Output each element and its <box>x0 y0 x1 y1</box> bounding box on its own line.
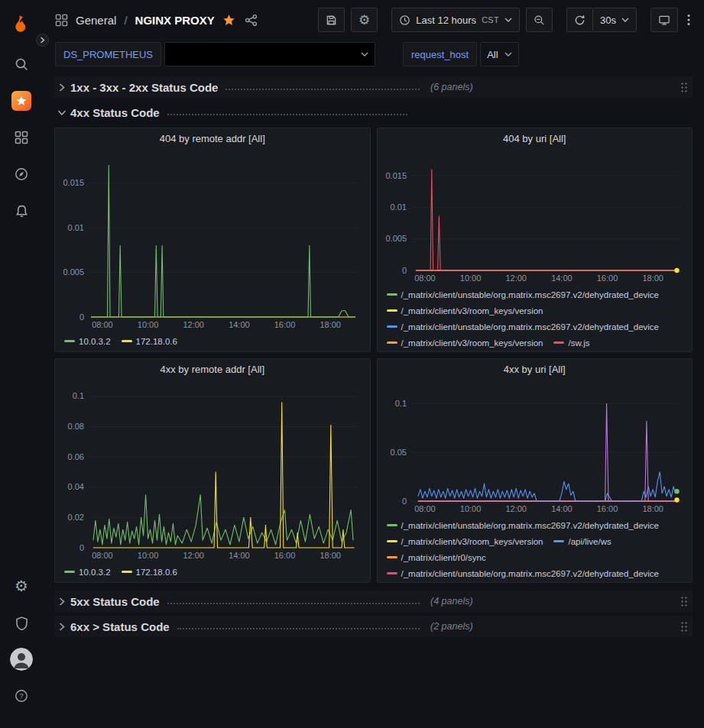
search-icon[interactable] <box>8 50 35 78</box>
dashboard-title[interactable]: NGINX PROXY <box>135 14 215 27</box>
legend-row: /_matrix/client/unstable/org.matrix.msc2… <box>387 517 686 533</box>
dotted-leader <box>167 114 407 115</box>
svg-text:0.06: 0.06 <box>68 452 84 461</box>
legend-item[interactable]: 172.18.0.6 <box>122 337 177 346</box>
chart-svg: 00.0050.010.01508:0010:0012:0014:0016:00… <box>382 150 688 284</box>
var-datasource-value[interactable] <box>164 42 375 66</box>
legend-item[interactable]: /_matrix/client/unstable/org.matrix.msc2… <box>387 322 660 332</box>
chart-4xx-by-uri[interactable]: 00.050.108:0010:0012:0014:0016:0018:00 <box>382 381 688 515</box>
drag-handle-icon[interactable] <box>680 621 688 632</box>
panel-title[interactable]: 404 by remote addr [All] <box>55 128 370 149</box>
refresh-interval-dropdown[interactable]: 30s <box>593 8 637 32</box>
refresh-button[interactable] <box>566 8 593 32</box>
legend-swatch <box>387 540 397 542</box>
time-zone-label: CST <box>482 15 499 24</box>
legend-label: /_matrix/client/unstable/org.matrix.msc2… <box>401 521 660 530</box>
legend-item[interactable]: /_matrix/client/v3/room_keys/version <box>387 537 543 546</box>
drag-handle-icon[interactable] <box>680 596 688 607</box>
panel-grid-4xx: 404 by remote addr [All] 00.0050.010.015… <box>54 128 693 583</box>
refresh-interval-label: 30s <box>600 15 616 26</box>
chart-legend: /_matrix/client/unstable/org.matrix.msc2… <box>378 515 693 582</box>
save-button[interactable] <box>318 8 345 32</box>
legend-item[interactable]: 10.0.3.2 <box>64 337 111 346</box>
legend-item[interactable]: /_matrix/client/unstable/org.matrix.msc2… <box>387 521 660 530</box>
svg-text:16:00: 16:00 <box>274 320 296 329</box>
legend-label: /_matrix/client/v3/room_keys/version <box>401 338 543 348</box>
row-5xx-status-code[interactable]: 5xx Status Code (4 panels) <box>54 590 693 612</box>
dashboard-settings-button[interactable]: ⚙ <box>351 8 378 32</box>
legend-item[interactable]: /_matrix/client/unstable/org.matrix.msc2… <box>387 569 660 578</box>
var-request-host-value[interactable]: All <box>480 42 518 66</box>
kebab-menu-icon[interactable] <box>684 8 693 32</box>
svg-text:08:00: 08:00 <box>92 551 113 560</box>
svg-text:12:00: 12:00 <box>183 551 204 560</box>
sidebar: ⚙ ? <box>0 0 43 728</box>
dotted-leader <box>225 89 420 90</box>
dotted-leader <box>177 628 420 629</box>
settings-gear-icon[interactable]: ⚙ <box>8 572 35 600</box>
zoom-out-button[interactable] <box>526 8 553 32</box>
panel-title[interactable]: 404 by uri [All] <box>378 128 693 149</box>
dotted-leader <box>167 603 420 604</box>
svg-text:16:00: 16:00 <box>274 551 296 560</box>
time-range-label: Last 12 hours <box>416 15 476 26</box>
star-icon <box>11 91 31 111</box>
clock-icon <box>399 15 410 26</box>
dashboards-icon[interactable] <box>8 124 35 151</box>
favorite-star-icon[interactable] <box>221 12 237 28</box>
legend-item[interactable]: 10.0.3.2 <box>64 568 111 577</box>
alerting-bell-icon[interactable] <box>8 197 35 225</box>
legend-swatch <box>387 556 397 558</box>
chart-404-by-remote-addr[interactable]: 00.0050.010.01508:0010:0012:0014:0016:00… <box>60 150 365 331</box>
svg-text:08:00: 08:00 <box>92 320 113 329</box>
legend-item[interactable]: 172.18.0.6 <box>122 568 177 577</box>
svg-text:12:00: 12:00 <box>183 320 204 329</box>
refresh-icon <box>574 15 586 26</box>
chart-4xx-by-remote-addr[interactable]: 00.020.040.060.080.108:0010:0012:0014:00… <box>60 381 365 561</box>
gear-icon: ⚙ <box>358 14 370 27</box>
grafana-logo-icon[interactable] <box>8 9 35 37</box>
svg-text:10:00: 10:00 <box>138 320 159 329</box>
user-avatar[interactable] <box>8 645 35 673</box>
svg-text:0.02: 0.02 <box>68 513 84 522</box>
chart-404-by-uri[interactable]: 00.0050.010.01508:0010:0012:0014:0016:00… <box>382 150 688 284</box>
legend-label: /_matrix/client/unstable/org.matrix.msc2… <box>401 290 660 299</box>
chevron-down-icon <box>504 52 512 57</box>
svg-text:10:00: 10:00 <box>459 273 481 283</box>
panel-title[interactable]: 4xx by uri [All] <box>378 359 693 380</box>
legend-item[interactable]: /_matrix/client/v3/room_keys/version <box>387 338 543 348</box>
tv-mode-button[interactable] <box>650 8 678 32</box>
legend-swatch <box>553 341 564 344</box>
panel-title[interactable]: 4xx by remote addr [All] <box>55 359 370 380</box>
chevron-down-icon <box>59 108 65 117</box>
share-icon[interactable] <box>243 12 259 28</box>
drag-handle-icon[interactable] <box>680 82 688 92</box>
legend-item[interactable]: /_matrix/client/unstable/org.matrix.msc2… <box>387 290 660 299</box>
legend-item[interactable]: /_matrix/client/v3/room_keys/version <box>387 306 543 315</box>
legend-swatch <box>64 571 75 573</box>
panel-404-by-remote-addr: 404 by remote addr [All] 00.0050.010.015… <box>54 128 371 352</box>
row-6xx-status-code[interactable]: 6xx > Status Code (2 panels) <box>54 616 693 637</box>
svg-text:0: 0 <box>79 312 84 322</box>
legend-item[interactable]: /api/live/ws <box>553 537 611 546</box>
var-datasource-label[interactable]: DS_PROMETHEUS <box>55 42 161 66</box>
explore-compass-icon[interactable] <box>8 160 35 188</box>
row-1xx-3xx-2xx-status-code[interactable]: 1xx - 3xx - 2xx Status Code (6 panels) <box>54 76 693 98</box>
legend-item[interactable]: /sw.js <box>553 338 589 348</box>
svg-text:0: 0 <box>401 497 406 506</box>
legend-item[interactable]: /_matrix/client/r0/sync <box>387 553 486 562</box>
svg-text:0.08: 0.08 <box>68 422 84 431</box>
row-4xx-status-code[interactable]: 4xx Status Code <box>54 102 693 123</box>
var-request-host-label[interactable]: request_host <box>403 42 477 66</box>
legend-swatch <box>387 309 397 312</box>
time-range-picker[interactable]: Last 12 hours CST <box>391 8 520 32</box>
sidebar-expand-icon[interactable] <box>36 34 49 47</box>
help-icon[interactable]: ? <box>8 682 35 710</box>
admin-shield-icon[interactable] <box>8 609 35 636</box>
starred-section-icon[interactable] <box>8 87 35 115</box>
avatar <box>10 648 33 671</box>
breadcrumb-section[interactable]: General <box>76 14 116 27</box>
chart-svg: 00.0050.010.01508:0010:0012:0014:0016:00… <box>60 150 365 331</box>
apps-grid-icon[interactable] <box>54 12 70 28</box>
legend-label: /_matrix/client/v3/room_keys/version <box>401 537 543 546</box>
